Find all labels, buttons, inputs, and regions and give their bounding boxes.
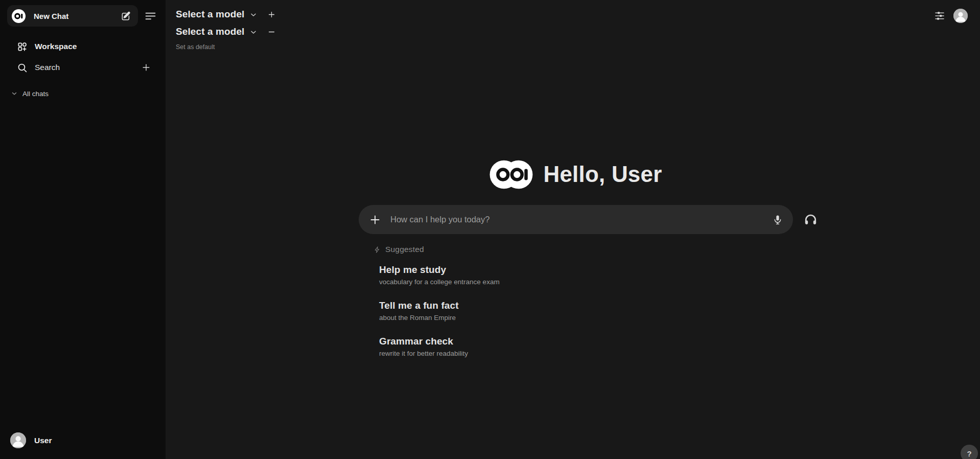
sidebar-footer: User: [0, 424, 166, 459]
question-mark-icon: ?: [967, 449, 971, 458]
suggestion-item[interactable]: Help me study vocabulary for a college e…: [379, 263, 793, 287]
greeting-text: Hello, User: [543, 162, 662, 187]
suggestion-item[interactable]: Grammar check rewrite it for better read…: [379, 334, 793, 359]
account-menu-button[interactable]: [953, 9, 968, 23]
chevron-down-icon: [249, 11, 258, 19]
chevron-down-icon: [249, 28, 258, 36]
search-icon: [17, 62, 28, 73]
suggestion-list: Help me study vocabulary for a college e…: [374, 263, 793, 359]
set-as-default-button[interactable]: Set as default: [176, 43, 215, 51]
squares-plus-icon: [17, 41, 28, 52]
suggestion-title: Grammar check: [379, 334, 793, 348]
sidebar-header: New Chat: [0, 0, 166, 31]
user-menu-button[interactable]: User: [7, 430, 158, 451]
remove-model-button[interactable]: [265, 25, 278, 38]
suggestion-subtitle: vocabulary for a college entrance exam: [379, 277, 793, 287]
menu-lines-icon: [144, 10, 157, 22]
suggested-header: Suggested: [374, 244, 793, 255]
voice-input-button[interactable]: [768, 211, 787, 229]
suggestion-subtitle: rewrite it for better readability: [379, 348, 793, 359]
new-folder-button[interactable]: [141, 62, 151, 73]
pencil-square-icon: [121, 11, 131, 21]
user-name: User: [34, 436, 52, 445]
lightning-bolt-icon: [374, 246, 381, 254]
suggestion-title: Tell me a fun fact: [379, 299, 793, 312]
search-label: Search: [35, 63, 60, 72]
chat-controls-button[interactable]: [934, 10, 946, 22]
voice-call-button[interactable]: [801, 211, 820, 229]
sidebar-toggle-button[interactable]: [143, 9, 157, 23]
sidebar-item-search[interactable]: Search: [4, 57, 161, 78]
chevron-down-icon: [11, 90, 18, 97]
model-selectors: Select a model Select a model: [176, 6, 278, 51]
prompt-input[interactable]: [390, 215, 763, 224]
attach-button[interactable]: [366, 211, 384, 229]
suggested-section: Suggested Help me study vocabulary for a…: [359, 244, 793, 359]
new-chat-label: New Chat: [34, 12, 68, 20]
user-avatar: [10, 432, 26, 448]
microphone-icon: [772, 214, 783, 225]
greeting: Hello, User: [359, 159, 793, 189]
model-selector-primary[interactable]: Select a model: [176, 6, 278, 23]
sliders-icon: [934, 10, 946, 22]
suggestion-item[interactable]: Tell me a fun fact about the Roman Empir…: [379, 299, 793, 323]
prompt-input-row: [359, 205, 793, 234]
all-chats-label: All chats: [22, 90, 49, 98]
open-webui-logo-icon: [489, 160, 533, 189]
sidebar: New Chat: [0, 0, 166, 459]
model-selector-secondary[interactable]: Select a model: [176, 23, 278, 40]
all-chats-toggle[interactable]: All chats: [0, 87, 166, 100]
headphones-icon: [804, 213, 818, 227]
help-button[interactable]: ?: [961, 445, 978, 459]
user-avatar: [953, 9, 968, 23]
minus-icon: [267, 28, 276, 36]
plus-icon: [267, 10, 276, 19]
suggestion-title: Help me study: [379, 263, 793, 277]
sidebar-item-workspace[interactable]: Workspace: [4, 36, 161, 57]
sidebar-nav: Workspace Search: [0, 31, 166, 100]
center-column: Hello, User: [359, 159, 793, 370]
suggestion-subtitle: about the Roman Empire: [379, 312, 793, 323]
model-selector-secondary-label: Select a model: [176, 26, 244, 37]
plus-icon: [141, 62, 151, 73]
top-right-controls: [934, 9, 968, 23]
open-webui-app: New Chat: [0, 0, 980, 459]
add-model-button[interactable]: [265, 8, 278, 21]
new-chat-button[interactable]: New Chat: [7, 5, 138, 27]
workspace-label: Workspace: [35, 42, 77, 51]
prompt-input-container[interactable]: [359, 205, 793, 234]
suggested-label: Suggested: [385, 245, 424, 254]
app-logo-icon: [12, 9, 26, 23]
model-selector-primary-label: Select a model: [176, 9, 244, 20]
plus-icon: [368, 213, 382, 226]
